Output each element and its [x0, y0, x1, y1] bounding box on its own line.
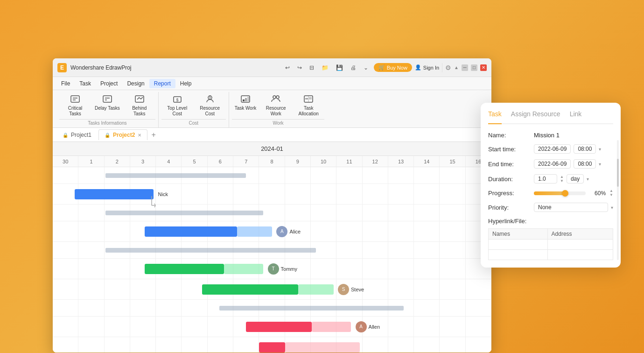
maximize-button[interactable]: □ — [471, 64, 477, 71]
progress-down[interactable]: ▼ — [609, 193, 613, 197]
progress-value: 60% — [589, 190, 606, 197]
bar-pink-light-last[interactable] — [285, 342, 360, 353]
priority-label: Priority: — [488, 204, 530, 211]
bar-green-light-tommy[interactable] — [224, 264, 264, 274]
table-cell-name-2[interactable] — [489, 250, 548, 260]
ribbon-items-work: Task Work Resource Work — [232, 92, 325, 118]
task-allocation-button[interactable]: Task Allocation — [293, 92, 324, 118]
save-icon[interactable]: 💾 — [334, 64, 345, 72]
bar-gray-7 — [219, 306, 404, 311]
tab-project1-label: Project1 — [71, 132, 91, 138]
task-work-button[interactable]: Task Work — [232, 92, 259, 118]
date-2: 2 — [105, 156, 130, 167]
critical-tasks-button[interactable]: Critical Tasks — [59, 92, 91, 118]
bar-gray-4 — [105, 248, 316, 253]
behind-tasks-button[interactable]: Behind Tasks — [124, 92, 155, 118]
delay-tasks-button[interactable]: Delay Tasks — [92, 92, 123, 118]
table-header-address: Address — [547, 229, 613, 240]
redo-icon[interactable]: ↪ — [295, 64, 304, 72]
resource-work-icon — [270, 93, 281, 105]
resource-cost-button[interactable]: $ Resource Cost — [194, 92, 226, 118]
duration-value-input[interactable]: 1.0 — [534, 174, 557, 184]
minimize-view-icon[interactable]: ⊟ — [308, 64, 316, 72]
duration-unit-select[interactable]: day — [567, 174, 584, 184]
tab-project1[interactable]: 🔒 Project1 — [56, 129, 98, 140]
minimize-button[interactable]: ─ — [462, 64, 468, 71]
end-dropdown-icon[interactable]: ▾ — [599, 162, 601, 167]
duration-spinner[interactable]: ▲ ▼ — [560, 175, 564, 183]
buy-now-button[interactable]: 🛒 Buy Now — [374, 63, 412, 72]
tab-close-project2[interactable]: ✕ — [138, 133, 141, 138]
progress-spinner[interactable]: ▲ ▼ — [609, 189, 613, 197]
bar-blue-alice[interactable] — [145, 226, 237, 237]
menu-report[interactable]: Report — [149, 79, 175, 88]
top-level-cost-button[interactable]: $ Top Level Cost — [161, 92, 193, 118]
hyperlink-label: Hyperlink/File: — [488, 218, 613, 225]
gantt-row-3: A Alice — [53, 221, 491, 242]
tab-project2[interactable]: 🔒 Project2 ✕ — [98, 129, 147, 140]
end-time-input[interactable]: 08:00 — [574, 159, 596, 169]
table-row-empty-1 — [489, 240, 613, 250]
panel-scrollbar-thumb[interactable] — [617, 159, 619, 187]
alice-label: Alice — [289, 229, 301, 234]
bar-pink-last[interactable] — [259, 342, 285, 353]
gantt-row-8: A Allen — [53, 317, 491, 337]
tab-add-button[interactable]: + — [148, 131, 158, 139]
priority-dropdown-icon[interactable]: ▾ — [611, 205, 613, 210]
tasks-info-group-label: Tasks Informations — [59, 119, 155, 127]
panel-tab-assign[interactable]: Assign Resource — [511, 110, 560, 119]
name-label: Name: — [488, 132, 530, 139]
date-9: 9 — [285, 156, 311, 167]
bar-blue-light-alice[interactable] — [237, 226, 272, 237]
panel-tab-link[interactable]: Link — [570, 110, 582, 119]
critical-tasks-label: Critical Tasks — [62, 106, 88, 117]
more-icon[interactable]: ⌄ — [362, 64, 370, 72]
start-time-input[interactable]: 08:00 — [574, 144, 596, 154]
chevron-up-icon[interactable]: ▲ — [454, 65, 459, 70]
menu-design[interactable]: Design — [122, 79, 149, 88]
priority-row: None ▾ — [534, 203, 613, 212]
menu-help[interactable]: Help — [175, 79, 196, 88]
tab-project2-label: Project2 — [113, 132, 135, 138]
bar-green-tommy[interactable] — [145, 264, 224, 274]
folder-icon[interactable]: 📁 — [320, 64, 330, 72]
duration-dropdown-icon[interactable]: ▾ — [587, 176, 589, 182]
table-cell-addr-1[interactable] — [547, 240, 613, 250]
spinner-up[interactable]: ▲ — [560, 175, 564, 179]
spinner-down[interactable]: ▼ — [560, 179, 564, 183]
cost-group-label: Cost — [161, 119, 226, 127]
allen-label: Allen — [369, 324, 380, 330]
task-allocation-label: Task Allocation — [295, 106, 322, 117]
progress-track[interactable] — [534, 191, 586, 195]
bar-pink-light-allen[interactable] — [312, 322, 351, 332]
bar-green-steve[interactable] — [202, 284, 299, 295]
table-cell-name-1[interactable] — [489, 240, 548, 250]
start-date-input[interactable]: 2022-06-09 — [534, 144, 571, 154]
menu-file[interactable]: File — [56, 79, 75, 88]
settings-icon[interactable]: ⚙ — [445, 64, 451, 71]
svg-rect-14 — [247, 97, 249, 101]
panel-scrollbar[interactable] — [617, 140, 619, 260]
progress-up[interactable]: ▲ — [609, 189, 613, 193]
bar-pink-allen[interactable] — [246, 322, 312, 332]
bar-blue-nick[interactable] — [75, 189, 154, 199]
menu-project[interactable]: Project — [96, 79, 122, 88]
bar-green-light-steve[interactable] — [298, 284, 333, 295]
end-date-input[interactable]: 2022-06-09 — [534, 159, 571, 169]
panel-tab-task[interactable]: Task — [488, 110, 502, 124]
progress-thumb[interactable] — [562, 190, 568, 197]
print-icon[interactable]: 🖨 — [349, 64, 358, 72]
menu-task[interactable]: Task — [75, 79, 96, 88]
sign-in-button[interactable]: 👤 Sign In — [415, 64, 439, 71]
priority-select[interactable]: None — [534, 203, 608, 212]
critical-tasks-icon — [70, 93, 81, 105]
table-cell-addr-2[interactable] — [547, 250, 613, 260]
end-row: 2022-06-09 08:00 ▾ — [534, 159, 613, 169]
gantt-row-6: S Steve — [53, 279, 491, 300]
undo-icon[interactable]: ↩ — [283, 64, 292, 72]
start-dropdown-icon[interactable]: ▾ — [599, 147, 601, 152]
hyperlink-section: Hyperlink/File: Names Address — [488, 218, 613, 260]
close-button[interactable]: ✕ — [480, 64, 487, 71]
separator — [442, 63, 442, 72]
resource-work-button[interactable]: Resource Work — [260, 92, 292, 118]
